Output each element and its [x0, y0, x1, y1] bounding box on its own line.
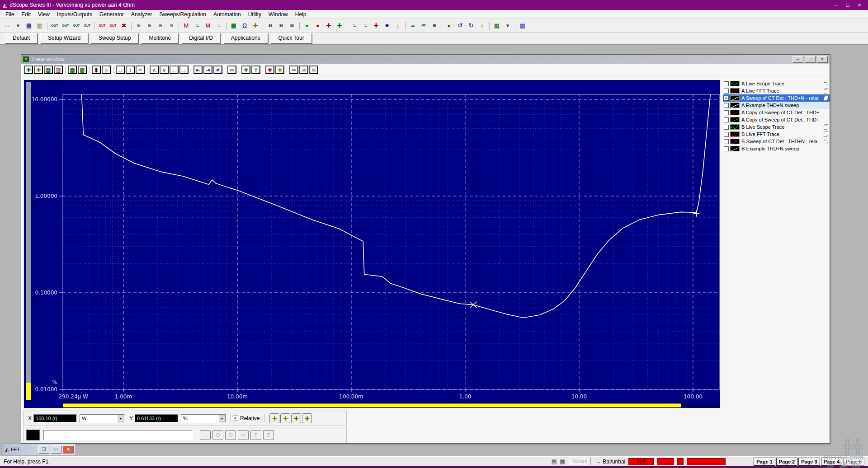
- menu-edit[interactable]: Edit: [18, 10, 34, 19]
- menu-generator[interactable]: Generator: [96, 10, 127, 19]
- trace-visibility-checkbox[interactable]: ✓: [724, 96, 729, 101]
- fft-restore-button[interactable]: ❏: [38, 445, 49, 454]
- page-button-2[interactable]: Page 2: [776, 458, 797, 466]
- generator-panel-icon[interactable]: M: [181, 21, 191, 31]
- loop-b-icon[interactable]: Ω: [225, 430, 236, 440]
- tab-setup-wizard[interactable]: Setup Wizard: [40, 33, 88, 43]
- copy-trace-icon[interactable]: [823, 81, 829, 88]
- bal-unbal-label[interactable]: Bal/unbal: [603, 459, 625, 465]
- marker-red-icon[interactable]: ✚: [265, 66, 274, 74]
- open-file-icon[interactable]: ▱: [2, 21, 12, 31]
- in-ch2-icon[interactable]: IN: [145, 21, 155, 31]
- axis-labels-icon[interactable]: Y: [251, 66, 260, 74]
- zoom-y-icon[interactable]: ↕: [126, 66, 135, 74]
- trace-chart-canvas[interactable]: 290.24µ W1.00m10.00m100.00m1.0010.00100.…: [24, 80, 720, 408]
- chevron-down-icon[interactable]: ▾: [218, 415, 226, 422]
- tab-digital-i-o[interactable]: Digital I/O: [181, 33, 221, 43]
- script-redo-icon[interactable]: ↻: [466, 21, 476, 31]
- analyzer-panel-icon[interactable]: M: [203, 21, 213, 31]
- scope-wave-icon[interactable]: ≈: [214, 21, 224, 31]
- regulation-1-icon[interactable]: ≃: [408, 21, 418, 31]
- trigger-icon[interactable]: ↕: [393, 21, 403, 31]
- annotation-input[interactable]: [43, 430, 193, 440]
- trace-list-item[interactable]: B Example THD+N sweep: [723, 145, 830, 152]
- out-ch4-icon[interactable]: OUT: [82, 21, 92, 31]
- ref-store-b-icon[interactable]: ✚: [335, 21, 344, 31]
- y-zoom-slider-handle[interactable]: [26, 383, 31, 400]
- bar-display-icon[interactable]: ▮: [92, 66, 101, 74]
- hammer-tools-icon[interactable]: ✚: [371, 21, 381, 31]
- trace-visibility-checkbox[interactable]: [724, 139, 729, 144]
- sweep-lines-icon[interactable]: ≈: [349, 21, 359, 31]
- stop-run-icon[interactable]: ●: [313, 21, 323, 31]
- copy-trace-icon[interactable]: [823, 139, 829, 145]
- trace-visibility-checkbox[interactable]: [724, 117, 729, 122]
- regulation-2-icon[interactable]: ≅: [419, 21, 429, 31]
- open-dropdown-icon[interactable]: ▾: [13, 21, 23, 31]
- copy-trace-icon[interactable]: [823, 95, 829, 102]
- menu-file[interactable]: File: [2, 10, 18, 19]
- out-ch2-icon[interactable]: OUT: [61, 21, 71, 31]
- monitor-icon[interactable]: ▦: [560, 458, 565, 465]
- led-meter-1-icon[interactable]: 88: [265, 21, 275, 31]
- alert-bell-icon[interactable]: ♪: [477, 21, 487, 31]
- trace-chart[interactable]: 290.24µ W1.00m10.00m100.00m1.0010.00100.…: [24, 80, 720, 408]
- trace-list-item[interactable]: B Live FFT Trace: [723, 131, 830, 138]
- trace-window-close-button[interactable]: ✕: [817, 56, 828, 63]
- average-icon[interactable]: ≅: [299, 66, 308, 74]
- led-meter-2-icon[interactable]: 88: [276, 21, 286, 31]
- tab-multitone[interactable]: Multitone: [141, 33, 179, 43]
- out-mute2-icon[interactable]: OUT: [108, 21, 118, 31]
- trace-window-maximize-button[interactable]: □: [805, 56, 816, 63]
- trace-visibility-checkbox[interactable]: [724, 81, 729, 86]
- cut-icon[interactable]: ✂: [238, 430, 249, 440]
- apply-annotation-icon[interactable]: →: [200, 430, 211, 440]
- trace-list-item[interactable]: A Example THD+N sweep: [723, 102, 830, 109]
- shift-down-icon[interactable]: ∨: [160, 66, 169, 74]
- cursor-right-icon[interactable]: ⇥: [203, 66, 212, 74]
- close-button[interactable]: ✕: [854, 2, 865, 8]
- ref-store-a-icon[interactable]: ✚: [324, 21, 334, 31]
- maximize-button[interactable]: □: [842, 2, 854, 8]
- in-ch1-icon[interactable]: IN: [134, 21, 144, 31]
- cursor-pick-icon[interactable]: ✚: [24, 66, 33, 74]
- fft-close-button[interactable]: ✕: [63, 445, 74, 454]
- autofit-icon[interactable]: ≈: [136, 66, 145, 74]
- fft-maximize-button[interactable]: ▭: [51, 445, 61, 454]
- generator-wave-icon[interactable]: ≈: [192, 21, 202, 31]
- trace-list-item[interactable]: A Copy of Sweep of CT Det : THD+: [723, 116, 830, 123]
- grid-dropdown-icon[interactable]: ▾: [503, 21, 513, 31]
- chevron-down-icon[interactable]: ▾: [117, 415, 124, 422]
- page-button-1[interactable]: Page 1: [754, 458, 775, 466]
- script-undo-icon[interactable]: ↺: [455, 21, 465, 31]
- trace-list-item[interactable]: B Sweep of CT Det : THD+N - rela: [723, 138, 830, 145]
- trace-visibility-checkbox[interactable]: [724, 146, 729, 151]
- table-display-icon[interactable]: ≡: [102, 66, 111, 74]
- led-meter-3-icon[interactable]: 88: [287, 21, 297, 31]
- y-zoom-slider[interactable]: [26, 82, 31, 400]
- wizard-button[interactable]: Wizard: [569, 458, 591, 465]
- limit-lines-icon[interactable]: ≡: [382, 21, 392, 31]
- copy-trace-icon[interactable]: [823, 131, 829, 138]
- page-button-4[interactable]: Page 4: [821, 458, 842, 466]
- trace-visibility-checkbox[interactable]: [724, 110, 729, 115]
- trace-window-title-bar[interactable]: ≈ Trace window ─ □ ✕: [21, 55, 830, 64]
- cursor-a-icon[interactable]: ✚: [269, 413, 279, 423]
- page-button-5[interactable]: Page 5: [843, 458, 864, 466]
- start-run-icon[interactable]: ●: [302, 21, 312, 31]
- shift-right-icon[interactable]: →: [179, 66, 189, 74]
- save-trace-icon[interactable]: ▤: [44, 66, 53, 74]
- page-button-3[interactable]: Page 3: [798, 458, 820, 466]
- menu-help[interactable]: Help: [292, 10, 310, 19]
- menu-inputs-outputs[interactable]: Inputs/Outputs: [53, 10, 96, 19]
- annotate-icon[interactable]: ✚: [241, 66, 250, 74]
- out-ch3-icon[interactable]: OUT: [71, 21, 81, 31]
- graph-settings-icon[interactable]: ▦: [68, 66, 77, 74]
- meter-icon[interactable]: Ω: [240, 21, 250, 31]
- monitor-icon[interactable]: ▦: [229, 21, 239, 31]
- sum-eq-icon[interactable]: Σ: [250, 430, 261, 440]
- menu-window[interactable]: Window: [265, 10, 292, 19]
- cursor-left-icon[interactable]: ⇤: [193, 66, 203, 74]
- trace-window-minimize-button[interactable]: ─: [793, 56, 803, 63]
- cursor-goto-icon[interactable]: ✚: [291, 413, 301, 423]
